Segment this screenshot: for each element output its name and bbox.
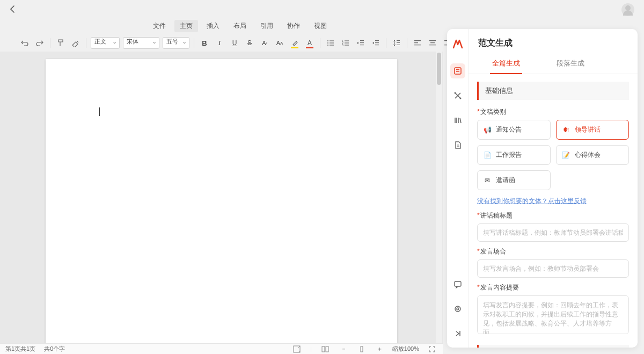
ai-form: 基础信息 *文稿类别 📢通知公告 🗣领导讲话 📄工作报告 📝心得体会 ✉邀请函 … — [469, 74, 638, 348]
note-icon: 📝 — [562, 151, 570, 159]
type-speech[interactable]: 🗣领导讲话 — [556, 120, 630, 140]
underline-button[interactable]: U — [229, 37, 240, 49]
undo-button[interactable] — [19, 37, 31, 49]
svg-rect-22 — [414, 42, 418, 43]
align-center-button[interactable] — [427, 37, 438, 49]
tab-full-generate[interactable]: 全篇生成 — [490, 54, 522, 74]
svg-rect-18 — [397, 40, 400, 41]
rail-chat-icon[interactable] — [450, 277, 465, 292]
svg-text:3: 3 — [342, 44, 343, 46]
rail-library-icon[interactable] — [450, 113, 465, 128]
report-icon: 📄 — [483, 151, 492, 159]
type-notice[interactable]: 📢通知公告 — [477, 120, 551, 140]
page-indicator: 第1页共1页 — [5, 345, 35, 353]
user-avatar[interactable] — [621, 3, 634, 16]
vertical-scrollbar[interactable] — [436, 52, 442, 343]
font-case-button[interactable]: AA — [274, 37, 286, 49]
zoom-label: 缩放100% — [392, 345, 419, 353]
italic-button[interactable]: I — [214, 37, 225, 49]
format-painter-button[interactable] — [55, 37, 67, 49]
rail-settings-icon[interactable] — [450, 301, 465, 316]
feedback-link[interactable]: 没有找到你想要的文体？点击这里反馈 — [477, 197, 629, 206]
zoom-reset-button[interactable] — [356, 346, 367, 352]
rail-doc-icon[interactable] — [450, 138, 465, 153]
person-speaking-icon: 🗣 — [562, 126, 570, 134]
svg-rect-23 — [414, 45, 421, 45]
svg-rect-14 — [360, 45, 364, 45]
fullscreen-button[interactable] — [427, 346, 437, 352]
ai-panel: 范文生成 全篇生成 段落生成 基础信息 *文稿类别 📢通知公告 🗣领导讲话 📄工… — [447, 29, 638, 348]
rail-collapse-icon[interactable] — [450, 326, 465, 341]
svg-rect-20 — [397, 45, 400, 45]
menu-reference[interactable]: 引用 — [255, 20, 279, 32]
bullet-list-button[interactable] — [325, 37, 336, 49]
svg-rect-42 — [455, 281, 461, 286]
speech-title-label: *讲话稿标题 — [477, 211, 629, 220]
increase-indent-button[interactable] — [370, 37, 382, 49]
document-viewport[interactable] — [0, 52, 443, 343]
svg-rect-19 — [397, 42, 400, 43]
occasion-label: *发言场合 — [477, 247, 629, 256]
bold-button[interactable]: B — [199, 37, 210, 49]
svg-point-41 — [459, 98, 461, 99]
megaphone-icon: 📢 — [483, 126, 492, 134]
superscript-button[interactable]: A² — [259, 37, 270, 49]
svg-rect-39 — [456, 71, 459, 72]
svg-rect-26 — [429, 45, 436, 45]
style-select[interactable]: 正文 — [91, 37, 120, 49]
svg-rect-25 — [430, 42, 435, 43]
type-report[interactable]: 📄工作报告 — [477, 145, 551, 165]
svg-rect-34 — [322, 346, 325, 352]
font-size-select[interactable]: 五号 — [163, 37, 189, 49]
line-spacing-button[interactable] — [391, 37, 402, 49]
svg-rect-38 — [456, 69, 459, 70]
summary-textarea[interactable] — [477, 295, 629, 334]
back-button[interactable] — [10, 5, 16, 13]
status-bar: 第1页共1页 共0个字 | － ＋ 缩放100% — [0, 343, 443, 354]
menu-view[interactable]: 视图 — [309, 20, 332, 32]
menu-insert[interactable]: 插入 — [201, 20, 225, 32]
font-color-button[interactable]: A — [304, 37, 316, 49]
svg-point-2 — [327, 42, 328, 44]
svg-rect-24 — [429, 40, 436, 41]
svg-rect-9 — [345, 42, 349, 43]
section-extra-info[interactable]: 补充信息 — [477, 345, 629, 348]
zoom-in-button[interactable]: ＋ — [375, 345, 385, 353]
font-select[interactable]: 宋体 — [123, 37, 159, 49]
clear-format-button[interactable] — [70, 37, 82, 49]
tab-paragraph-generate[interactable]: 段落生成 — [554, 54, 587, 74]
svg-rect-7 — [345, 40, 349, 41]
fit-width-button[interactable] — [319, 346, 331, 352]
section-basic-info: 基础信息 — [477, 82, 629, 100]
ai-logo-icon — [450, 37, 465, 52]
speech-title-input[interactable] — [477, 223, 629, 242]
ai-rail — [447, 29, 469, 348]
summary-label: *发言内容提要 — [477, 283, 629, 292]
align-left-button[interactable] — [412, 37, 423, 49]
menu-file[interactable]: 文件 — [148, 20, 171, 32]
svg-rect-35 — [326, 346, 328, 352]
svg-point-40 — [454, 92, 456, 94]
decrease-indent-button[interactable] — [355, 37, 367, 49]
type-reflection[interactable]: 📝心得体会 — [556, 145, 630, 165]
text-cursor — [99, 107, 100, 116]
menu-home[interactable]: 主页 — [174, 20, 198, 32]
menu-collab[interactable]: 协作 — [282, 20, 305, 32]
numbered-list-button[interactable]: 123 — [340, 37, 352, 49]
highlight-button[interactable] — [289, 37, 301, 49]
svg-rect-13 — [360, 42, 364, 43]
redo-button[interactable] — [34, 37, 46, 49]
rail-template-icon[interactable] — [450, 63, 465, 78]
type-invitation[interactable]: ✉邀请函 — [477, 170, 551, 190]
svg-rect-5 — [330, 45, 334, 45]
strikethrough-button[interactable]: S — [244, 37, 255, 49]
rail-tools-icon[interactable] — [450, 88, 465, 103]
svg-rect-16 — [375, 42, 379, 43]
svg-rect-3 — [330, 42, 334, 43]
ai-tabs: 全篇生成 段落生成 — [469, 54, 638, 74]
document-page[interactable] — [46, 59, 397, 343]
zoom-out-button[interactable]: － — [339, 345, 349, 353]
occasion-input[interactable] — [477, 259, 629, 278]
layout-mode-button[interactable] — [291, 345, 303, 353]
menu-layout[interactable]: 布局 — [228, 20, 252, 32]
